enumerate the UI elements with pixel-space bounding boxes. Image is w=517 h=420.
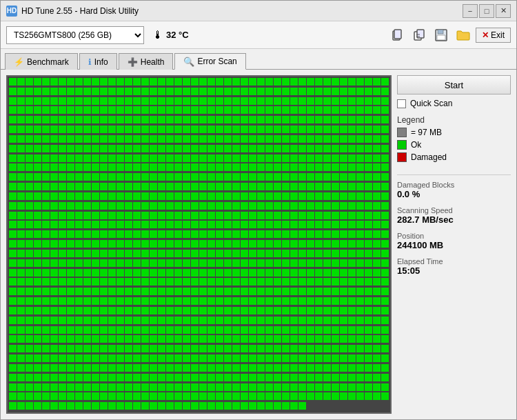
grid-cell (150, 163, 157, 171)
save-button[interactable] (432, 26, 451, 45)
grid-cell (241, 259, 248, 267)
minimize-button[interactable]: − (463, 4, 478, 18)
grid-cell (75, 240, 83, 248)
grid-cell (17, 183, 25, 190)
grid-cell (241, 183, 248, 190)
close-button[interactable]: ✕ (496, 4, 511, 18)
grid-cell (59, 269, 66, 277)
grid-cell (332, 221, 339, 228)
grid-cell (174, 297, 182, 305)
grid-cell (108, 135, 116, 143)
grid-cell (9, 135, 17, 143)
grid-cell (158, 259, 165, 267)
grid-cell (100, 326, 108, 334)
grid-cell (92, 297, 99, 305)
grid-cell (34, 354, 41, 362)
grid-cell (199, 392, 207, 400)
grid-cell (158, 135, 165, 143)
grid-cell (381, 97, 389, 105)
grid-cell (166, 364, 174, 372)
grid-cell (183, 335, 190, 343)
grid-cell (26, 240, 33, 248)
grid-cell (290, 183, 298, 190)
drive-select[interactable]: TS256GMTS800 (256 GB) (6, 26, 144, 44)
grid-cell (17, 345, 25, 352)
grid-cell (141, 278, 149, 286)
grid-cell (199, 374, 207, 381)
grid-cell (241, 278, 248, 286)
grid-cell (232, 135, 240, 143)
grid-cell (207, 212, 215, 219)
folder-button[interactable] (454, 26, 473, 45)
svg-rect-7 (438, 30, 443, 34)
grid-cell (133, 383, 141, 391)
scan-grid (8, 77, 390, 412)
tab-benchmark[interactable]: ⚡ Benchmark (5, 53, 78, 70)
grid-cell (158, 202, 165, 210)
grid-cell (183, 88, 190, 95)
grid-cell (216, 307, 223, 314)
grid-cell (42, 297, 50, 305)
grid-cell (365, 202, 372, 210)
grid-cell (150, 383, 157, 391)
copy-button-1[interactable] (387, 26, 407, 45)
grid-cell (241, 383, 248, 391)
grid-cell (249, 192, 256, 200)
grid-cell (150, 278, 157, 286)
grid-cell (133, 259, 141, 267)
grid-cell (34, 374, 41, 381)
grid-cell (100, 221, 108, 228)
grid-cell (241, 288, 248, 295)
grid-cell (216, 317, 223, 324)
grid-cell (108, 383, 116, 391)
grid-cell (92, 106, 99, 114)
tab-error-scan[interactable]: 🔍 Error Scan (174, 53, 245, 70)
grid-cell (265, 221, 273, 228)
grid-cell (92, 402, 99, 410)
grid-cell (249, 383, 256, 391)
grid-cell (373, 392, 381, 400)
tab-health-label: Health (141, 57, 165, 67)
grid-cell (241, 202, 248, 210)
grid-cell (50, 364, 58, 372)
grid-cell (141, 78, 149, 86)
stat-scanning-speed-value: 282.7 MB/sec (397, 214, 511, 225)
grid-cell (365, 307, 372, 314)
grid-cell (67, 307, 74, 314)
grid-cell (356, 240, 364, 248)
grid-cell (116, 354, 124, 362)
grid-cell (323, 163, 331, 171)
copy-button-2[interactable] (409, 26, 429, 45)
grid-cell (125, 297, 132, 305)
grid-cell (207, 173, 215, 181)
grid-cell (50, 307, 58, 314)
grid-cell (373, 221, 381, 228)
window-title: HD Tune 2.55 - Hard Disk Utility (21, 6, 463, 16)
grid-cell (257, 212, 265, 219)
grid-cell (348, 192, 356, 200)
tab-health[interactable]: ➕ Health (119, 53, 174, 70)
grid-cell (216, 145, 223, 152)
grid-cell (199, 154, 207, 162)
grid-cell (100, 278, 108, 286)
exit-x-icon: ✕ (482, 30, 489, 40)
maximize-button[interactable]: □ (479, 4, 494, 18)
start-button[interactable]: Start (397, 75, 511, 94)
grid-cell (9, 154, 17, 162)
grid-cell (282, 106, 290, 114)
grid-cell (166, 106, 174, 114)
quick-scan-checkbox[interactable] (397, 99, 406, 108)
grid-cell (282, 269, 290, 277)
grid-cell (307, 364, 314, 372)
tab-info[interactable]: ℹ Info (79, 53, 117, 70)
grid-cell (224, 240, 232, 248)
exit-button[interactable]: ✕ Exit (476, 28, 511, 43)
grid-cell (265, 269, 273, 277)
grid-cell (207, 202, 215, 210)
grid-cell (257, 88, 265, 95)
grid-cell (141, 297, 149, 305)
grid-cell (59, 135, 66, 143)
grid-cell (232, 230, 240, 238)
grid-cell (17, 259, 25, 267)
grid-cell (365, 392, 372, 400)
